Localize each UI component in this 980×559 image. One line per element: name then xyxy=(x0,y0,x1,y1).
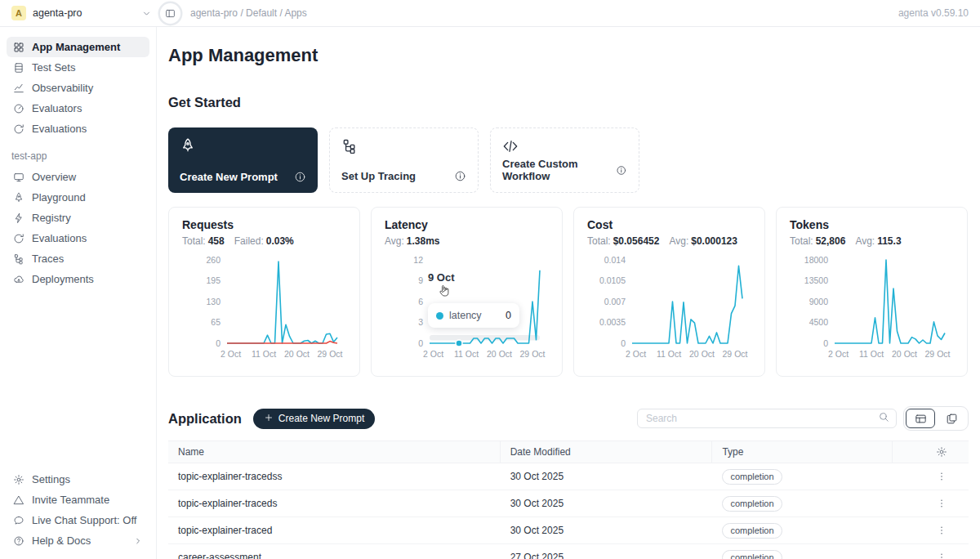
chart-cost[interactable]: 00.00350.0070.01050.0142 Oct11 Oct20 Oct… xyxy=(587,253,755,363)
hand-cursor-icon xyxy=(438,284,451,297)
row-menu-kebab-icon[interactable] xyxy=(936,552,947,559)
column-header-name[interactable]: Name xyxy=(168,441,501,463)
cell-type: completion xyxy=(712,469,893,485)
sidebar-item-registry[interactable]: Registry xyxy=(7,208,149,228)
search-box xyxy=(637,409,897,428)
cell-app-name: topic-explainer-traceds xyxy=(168,498,501,509)
stat-label: Avg: xyxy=(855,235,875,247)
chevron-right-icon xyxy=(133,536,143,546)
svg-text:2 Oct: 2 Oct xyxy=(626,349,646,359)
application-header: Application Create New Prompt xyxy=(168,406,969,431)
sidebar-item-label: Live Chat Support: Off xyxy=(32,514,136,526)
sidebar-item-label: Evaluations xyxy=(32,123,87,135)
column-header-type[interactable]: Type xyxy=(712,441,893,463)
sidebar-item-label: App Management xyxy=(32,41,120,53)
sidebar-item-evaluators[interactable]: Evaluators xyxy=(7,98,149,119)
svg-text:20 Oct: 20 Oct xyxy=(892,349,917,359)
svg-text:65: 65 xyxy=(211,317,220,327)
table-row[interactable]: topic-explainer-tracedss30 Oct 2025compl… xyxy=(168,463,969,490)
sidebar-item-settings[interactable]: Settings xyxy=(7,469,149,490)
application-title: Application xyxy=(168,410,242,427)
table-row[interactable]: career-assessment27 Oct 2025completion xyxy=(168,544,969,559)
overview-icon xyxy=(13,172,24,183)
sidebar-item-playground[interactable]: Playground xyxy=(7,187,149,208)
svg-text:3: 3 xyxy=(418,317,423,327)
kebab-icon xyxy=(936,525,947,536)
chart-stats: Total:458Failed:0.03% xyxy=(182,235,346,247)
sidebar-item-observability[interactable]: Observability xyxy=(7,78,149,98)
deployments-icon xyxy=(13,274,24,285)
table-row[interactable]: topic-explainer-traceds30 Oct 2025comple… xyxy=(168,490,969,517)
sidebar-item-overview[interactable]: Overview xyxy=(7,167,149,187)
stat-value: 0.03% xyxy=(266,235,294,247)
svg-text:2 Oct: 2 Oct xyxy=(220,349,241,359)
observability-icon xyxy=(13,83,24,94)
chart-tokens[interactable]: 04500900013500180002 Oct11 Oct20 Oct29 O… xyxy=(790,253,958,363)
sidebar-item-evaluations[interactable]: Evaluations xyxy=(7,119,149,139)
info-icon xyxy=(616,164,627,177)
sidebar-app-nav: OverviewPlaygroundRegistryEvaluationsTra… xyxy=(7,167,149,289)
column-header-date-modified[interactable]: Date Modified xyxy=(501,441,713,463)
sidebar-item-evaluations[interactable]: Evaluations xyxy=(7,228,149,248)
sidebar-toggle-button[interactable] xyxy=(160,3,180,24)
chart-requests[interactable]: 0651301952602 Oct11 Oct20 Oct29 Oct xyxy=(182,253,350,363)
kebab-icon xyxy=(936,471,947,482)
cell-type: completion xyxy=(712,523,893,539)
info-icon xyxy=(454,170,466,182)
search-input[interactable] xyxy=(644,412,878,425)
chart-stats: Avg:1.38ms xyxy=(385,235,549,247)
stat-value: 1.38ms xyxy=(407,235,440,247)
evaluations-icon xyxy=(13,233,24,244)
sidebar-item-label: Evaluators xyxy=(32,102,82,114)
row-menu-kebab-icon[interactable] xyxy=(936,471,947,482)
sidebar-item-app-management[interactable]: App Management xyxy=(7,37,149,57)
help-icon xyxy=(13,535,24,547)
row-menu-kebab-icon[interactable] xyxy=(936,525,947,536)
panel-left-icon xyxy=(165,7,176,20)
chart-stats: Total:52,806Avg:115.3 xyxy=(790,235,954,247)
sidebar: App ManagementTest SetsObservabilityEval… xyxy=(0,27,157,559)
svg-text:13500: 13500 xyxy=(804,275,828,285)
sidebar-item-test-sets[interactable]: Test Sets xyxy=(7,57,149,78)
create-new-prompt-button[interactable]: Create New Prompt xyxy=(253,409,375,429)
table-row[interactable]: topic-explainer-traced30 Oct 2025complet… xyxy=(168,517,969,544)
sidebar-item-help-docs[interactable]: Help & Docs xyxy=(7,530,149,551)
chart-title: Requests xyxy=(182,218,346,231)
chevron-down-icon xyxy=(141,8,152,19)
get-started-card-create-new-prompt[interactable]: Create New Prompt xyxy=(168,127,318,193)
sidebar-item-label: Playground xyxy=(32,191,86,203)
svg-text:0.007: 0.007 xyxy=(604,297,626,306)
chart-stats: Total:$0.056452Avg:$0.000123 xyxy=(587,235,751,247)
search-icon[interactable] xyxy=(878,411,889,426)
chart-title: Tokens xyxy=(790,218,954,231)
sidebar-item-deployments[interactable]: Deployments xyxy=(7,269,149,289)
applications-table: NameDate ModifiedType topic-explainer-tr… xyxy=(168,440,969,559)
sidebar-item-traces[interactable]: Traces xyxy=(7,248,149,269)
chart-title: Cost xyxy=(587,218,751,231)
chart-tooltip: 9 Oct latency 0 xyxy=(428,271,519,328)
table-header-row: NameDate ModifiedType xyxy=(168,440,969,463)
workspace-name: agenta-pro xyxy=(33,7,82,19)
stat-label: Avg: xyxy=(385,235,404,247)
svg-text:0: 0 xyxy=(621,338,626,348)
invite-icon xyxy=(13,494,24,506)
table-view-button[interactable] xyxy=(906,409,935,428)
sidebar-item-label: Overview xyxy=(32,171,76,183)
sidebar-item-live-chat-support-off[interactable]: Live Chat Support: Off xyxy=(7,510,149,530)
workspace-selector[interactable]: A agenta-pro xyxy=(11,6,152,20)
sidebar-item-invite-teammate[interactable]: Invite Teammate xyxy=(7,490,149,510)
stat-label: Avg: xyxy=(669,235,688,247)
row-menu-kebab-icon[interactable] xyxy=(936,498,947,509)
chevron-down-icon xyxy=(141,8,152,19)
kebab-icon xyxy=(936,552,947,559)
view-toggle xyxy=(903,406,969,431)
table-settings-gear-icon[interactable] xyxy=(936,446,947,458)
create-new-prompt-label: Create New Prompt xyxy=(278,413,364,424)
sidebar-item-label: Help & Docs xyxy=(32,534,91,547)
tooltip-series-label: latency xyxy=(449,310,482,321)
card-view-button[interactable] xyxy=(937,409,966,428)
get-started-card-set-up-tracing[interactable]: Set Up Tracing xyxy=(329,127,479,193)
get-started-card-create-custom-workflow[interactable]: Create Custom Workflow xyxy=(490,127,639,193)
svg-text:0.0105: 0.0105 xyxy=(599,275,626,285)
get-started-title: Get Started xyxy=(168,94,969,110)
